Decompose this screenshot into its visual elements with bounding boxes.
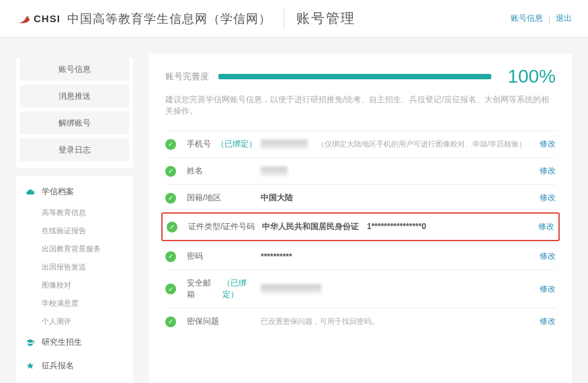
- sidebar-btn-login-log[interactable]: 登录日志: [20, 138, 129, 161]
- field-id: ✓ 证件类型/证件号码 中华人民共和国居民身份证 1**************…: [167, 214, 554, 240]
- nav-sub[interactable]: 高等教育信息: [16, 204, 133, 222]
- logo-block: CHSI 中国高等教育学生信息网（学信网）: [16, 11, 271, 27]
- divider: [284, 9, 284, 29]
- sidebar-btn-msg-push[interactable]: 消息推送: [20, 85, 129, 108]
- masked-value: [261, 167, 288, 176]
- check-icon: ✓: [167, 222, 177, 232]
- field-security-question: ✓ 密保问题 已设置密保问题，可用于找回密码。 修改: [165, 308, 556, 335]
- nav-sub[interactable]: 在线验证报告: [16, 222, 133, 240]
- header-right: 账号信息 | 退出: [511, 13, 572, 24]
- page-header: CHSI 中国高等教育学生信息网（学信网） 账号管理 账号信息 | 退出: [0, 0, 588, 38]
- sidebar-nav: 学信档案 高等教育信息 在线验证报告 出国教育背景服务 出国报告发送 图像校对 …: [16, 176, 133, 383]
- nav-special[interactable]: 特殊类型招生: [16, 378, 133, 383]
- field-label: 姓名: [187, 165, 261, 177]
- value-text: 中国大陆: [261, 192, 293, 204]
- id-highlight-box: ✓ 证件类型/证件号码 中华人民共和国居民身份证 1**************…: [161, 212, 560, 241]
- masked-value: [261, 284, 321, 294]
- nav-sub[interactable]: 图像校对: [16, 276, 133, 294]
- field-value: （仅绑定大陆地区手机的用户可进行图像校对、学籍/学历核验）: [261, 139, 540, 149]
- separator: |: [548, 14, 550, 24]
- bound-tag: （已绑定）: [222, 278, 261, 300]
- bird-icon: [16, 11, 31, 26]
- field-value: [261, 284, 540, 294]
- masked-value: [261, 140, 308, 149]
- edit-link[interactable]: 修改: [540, 284, 556, 295]
- edit-link[interactable]: 修改: [540, 192, 556, 204]
- sidebar-btn-unbind[interactable]: 解绑账号: [20, 112, 129, 134]
- edit-link[interactable]: 修改: [540, 165, 556, 177]
- edit-link[interactable]: 修改: [540, 138, 556, 150]
- sidebar-btn-account-info[interactable]: 账号信息: [20, 58, 129, 81]
- nav-sub[interactable]: 学校满意度: [16, 294, 133, 312]
- field-password: ✓ 密码 ********** 修改: [165, 243, 556, 269]
- nav-graduate[interactable]: 研究生招生: [16, 331, 133, 354]
- check-icon: ✓: [165, 139, 176, 150]
- bound-tag: （已绑定）: [216, 138, 257, 150]
- field-label: 密码: [187, 251, 261, 262]
- field-label: 安全邮箱 （已绑定）: [187, 278, 261, 300]
- label-text: 安全邮箱: [187, 278, 217, 300]
- cloud-icon: [26, 187, 38, 197]
- star-icon: [26, 361, 38, 371]
- check-icon: ✓: [165, 251, 176, 262]
- progress-hint: 建议您完善学信网账号信息，以便于进行研招推免/统考、自主招生、兵役登记/应征报名…: [165, 94, 556, 117]
- edit-link[interactable]: 修改: [538, 221, 554, 232]
- main-panel: 账号完善度 100% 建议您完善学信网账号信息，以便于进行研招推免/统考、自主招…: [149, 54, 572, 383]
- check-icon: ✓: [165, 166, 176, 177]
- progress-row: 账号完善度 100%: [165, 66, 556, 87]
- nav-sub[interactable]: 个人测评: [16, 312, 133, 331]
- page-title: 账号管理: [296, 9, 355, 28]
- logo-text: CHSI: [34, 13, 60, 24]
- nav-sub[interactable]: 出国教育背景服务: [16, 240, 133, 258]
- field-label: 手机号 （已绑定）: [187, 138, 261, 150]
- value-text: 中华人民共和国居民身份证 1****************0: [262, 221, 426, 232]
- check-icon: ✓: [165, 284, 176, 294]
- field-value: 已设置密保问题，可用于找回密码。: [261, 316, 540, 327]
- site-name: 中国高等教育学生信息网（学信网）: [67, 11, 271, 27]
- field-phone: ✓ 手机号 （已绑定） （仅绑定大陆地区手机的用户可进行图像校对、学籍/学历核验…: [165, 130, 556, 157]
- field-label: 密保问题: [187, 316, 261, 327]
- nav-xuexin[interactable]: 学信档案: [16, 180, 133, 204]
- field-value: 中华人民共和国居民身份证 1****************0: [262, 221, 538, 232]
- progress-percent: 100%: [507, 66, 556, 87]
- page-body: 账号信息 消息推送 解绑账号 登录日志 学信档案 高等教育信息 在线验证报告 出…: [0, 38, 588, 383]
- sidebar-top-panel: 账号信息 消息推送 解绑账号 登录日志: [16, 58, 133, 168]
- field-value: 中国大陆: [261, 192, 540, 204]
- field-email: ✓ 安全邮箱 （已绑定） 修改: [165, 269, 556, 308]
- nav-army[interactable]: 征兵报名: [16, 354, 133, 378]
- field-label: 证件类型/证件号码: [188, 221, 262, 232]
- edit-link[interactable]: 修改: [540, 316, 556, 327]
- graduation-icon: [26, 338, 38, 347]
- label-text: 手机号: [187, 138, 211, 150]
- logout-link[interactable]: 退出: [556, 13, 572, 24]
- field-nationality: ✓ 国籍/地区 中国大陆 修改: [165, 184, 556, 211]
- account-info-link[interactable]: 账号信息: [511, 13, 543, 24]
- nav-label: 学信档案: [42, 186, 74, 198]
- value-text: **********: [261, 252, 292, 261]
- edit-link[interactable]: 修改: [540, 251, 556, 262]
- field-name: ✓ 姓名 修改: [165, 157, 556, 184]
- field-value: [261, 167, 540, 176]
- nav-label: 征兵报名: [42, 360, 74, 372]
- field-note: （仅绑定大陆地区手机的用户可进行图像校对、学籍/学历核验）: [317, 139, 526, 149]
- sidebar: 账号信息 消息推送 解绑账号 登录日志 学信档案 高等教育信息 在线验证报告 出…: [16, 54, 133, 383]
- field-label: 国籍/地区: [187, 192, 261, 204]
- nav-sub[interactable]: 出国报告发送: [16, 258, 133, 276]
- check-icon: ✓: [165, 193, 176, 204]
- nav-label: 研究生招生: [42, 337, 82, 348]
- field-value: **********: [261, 252, 540, 261]
- progress-label: 账号完善度: [165, 71, 209, 83]
- progress-bar: [218, 74, 491, 79]
- check-icon: ✓: [165, 316, 176, 327]
